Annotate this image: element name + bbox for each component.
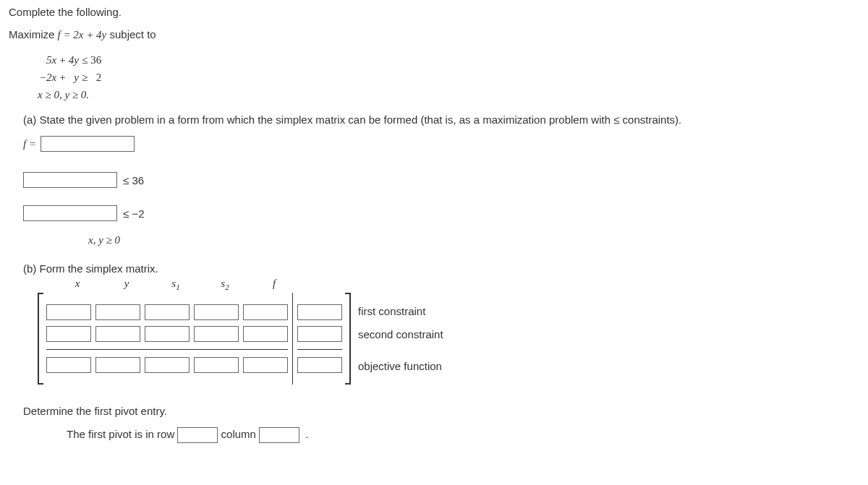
simplex-matrix: [43, 293, 291, 385]
row-label-1: first constraint: [358, 303, 443, 320]
m-r2-c1[interactable]: [46, 326, 91, 342]
c2-rhs: 2: [89, 69, 103, 86]
pivot-row-input[interactable]: [177, 427, 218, 443]
m-r1-rhs[interactable]: [297, 304, 342, 320]
f-equals-label: f =: [23, 138, 36, 150]
header-f: f: [252, 278, 297, 291]
matrix-row-labels: first constraint second constraint objec…: [358, 297, 443, 381]
c2-term1: −2x: [38, 69, 58, 86]
pivot-intro: Determine the first pivot entry.: [23, 405, 859, 417]
intro-text: Complete the following.: [9, 6, 859, 18]
pivot-mid-label: column: [221, 428, 256, 440]
nonneg-constraints: x ≥ 0, y ≥ 0.: [38, 86, 859, 103]
row-label-3: objective function: [358, 351, 443, 375]
constraint2-rhs-label: ≤ −2: [123, 207, 145, 220]
matrix-column-headers: x y s1 s2 f: [55, 278, 859, 291]
matrix-row-3: [46, 349, 288, 373]
matrix-row-1: [46, 304, 288, 320]
c1-rel: ≤: [80, 51, 89, 69]
m-r1-c2[interactable]: [95, 304, 140, 320]
constraint1-rhs-label: ≤ 36: [123, 174, 144, 186]
m-r3-c4[interactable]: [194, 357, 239, 373]
constraint1-input[interactable]: [23, 172, 117, 188]
m-r3-c3[interactable]: [145, 357, 190, 373]
m-r2-c2[interactable]: [95, 326, 140, 342]
maximize-label: Maximize: [9, 28, 58, 40]
m-r2-c5[interactable]: [243, 326, 288, 342]
row-label-2: second constraint: [358, 326, 443, 343]
c1-term1: 5x: [38, 51, 58, 69]
pivot-col-input[interactable]: [259, 427, 299, 443]
subject-to-label: subject to: [106, 28, 156, 40]
matrix-row-2: [46, 326, 288, 342]
pivot-entry-line: The first pivot is in row column .: [67, 427, 859, 443]
constraint2-input[interactable]: [23, 205, 117, 221]
c1-plus: +: [58, 51, 67, 69]
m-r1-c1[interactable]: [46, 304, 91, 320]
nonneg-label: x, y ≥ 0: [88, 234, 120, 246]
matrix-left-bracket: [38, 293, 43, 385]
m-r2-c3[interactable]: [145, 326, 190, 342]
m-r1-c3[interactable]: [145, 304, 190, 320]
m-r3-c1[interactable]: [46, 357, 91, 373]
header-x: x: [55, 278, 100, 291]
m-r3-rhs[interactable]: [297, 357, 342, 373]
c2-rel: ≥: [80, 69, 89, 86]
part-b-text: (b) Form the simplex matrix.: [23, 262, 859, 275]
pivot-pre-label: The first pivot is in row: [67, 428, 174, 440]
objective-statement: Maximize f = 2x + 4y subject to: [9, 28, 859, 41]
c1-term2: 4y: [67, 51, 80, 69]
header-s2: s2: [203, 278, 247, 291]
c2-plus: +: [58, 69, 67, 86]
header-y: y: [104, 278, 149, 291]
m-r3-c5[interactable]: [243, 357, 288, 373]
header-s1: s1: [153, 278, 198, 291]
c1-rhs: 36: [89, 51, 103, 69]
constraint-system: 5x + 4y ≤ 36 −2x + y ≥ 2 x ≥ 0, y ≥ 0.: [38, 51, 859, 103]
c2-term2: y: [67, 69, 80, 86]
m-r1-c4[interactable]: [194, 304, 239, 320]
pivot-post-label: .: [305, 428, 308, 440]
matrix-right-bracket: [345, 293, 351, 385]
m-r2-c4[interactable]: [194, 326, 239, 342]
matrix-rhs-column: [292, 293, 345, 385]
m-r1-c5[interactable]: [243, 304, 288, 320]
m-r3-c2[interactable]: [95, 357, 140, 373]
objective-input[interactable]: [41, 136, 135, 152]
m-r2-rhs[interactable]: [297, 326, 342, 342]
part-a-text: (a) State the given problem in a form fr…: [23, 113, 859, 126]
